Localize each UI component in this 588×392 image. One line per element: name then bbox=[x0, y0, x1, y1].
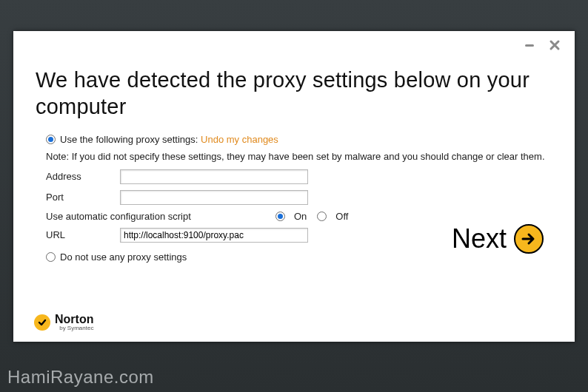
auto-config-on-radio[interactable] bbox=[275, 212, 285, 221]
on-label: On bbox=[294, 211, 307, 222]
url-label: URL bbox=[46, 229, 120, 240]
use-proxy-radio[interactable] bbox=[46, 135, 56, 144]
no-proxy-label: Do not use any proxy settings bbox=[60, 251, 187, 263]
svg-rect-0 bbox=[525, 44, 534, 47]
off-label: Off bbox=[335, 211, 348, 222]
check-icon bbox=[34, 314, 50, 331]
brand-name: Norton bbox=[55, 314, 93, 325]
next-button[interactable]: Next bbox=[452, 223, 544, 254]
arrow-right-icon bbox=[514, 224, 544, 254]
minimize-icon[interactable] bbox=[523, 38, 536, 52]
auto-config-label: Use automatic configuration script bbox=[46, 211, 261, 222]
brand-subtitle: by Symantec bbox=[55, 325, 93, 331]
close-icon[interactable] bbox=[548, 38, 561, 52]
auto-config-toggle: On Off bbox=[275, 211, 354, 222]
page-title: We have detected the proxy settings belo… bbox=[36, 67, 552, 121]
proxy-note: Note: If you did not specify these setti… bbox=[46, 151, 552, 162]
next-label: Next bbox=[452, 223, 507, 254]
titlebar-controls bbox=[523, 38, 561, 52]
port-input[interactable] bbox=[120, 190, 308, 205]
port-row: Port bbox=[46, 190, 552, 205]
address-row: Address bbox=[46, 169, 552, 184]
address-label: Address bbox=[46, 171, 120, 182]
port-label: Port bbox=[46, 192, 120, 203]
no-proxy-radio[interactable] bbox=[46, 252, 56, 262]
auto-config-off-radio[interactable] bbox=[317, 212, 327, 221]
address-input[interactable] bbox=[120, 169, 308, 184]
brand-logo: Norton by Symantec bbox=[34, 314, 93, 331]
app-background: We have detected the proxy settings belo… bbox=[0, 0, 588, 392]
auto-config-row: Use automatic configuration script On Of… bbox=[46, 211, 552, 222]
url-input[interactable] bbox=[120, 228, 308, 243]
dialog-window: We have detected the proxy settings belo… bbox=[13, 31, 575, 342]
use-proxy-label: Use the following proxy settings: bbox=[60, 134, 198, 145]
watermark-text: HamiRayane.com bbox=[7, 367, 154, 388]
use-proxy-row: Use the following proxy settings: Undo m… bbox=[46, 134, 552, 145]
brand-logo-text: Norton by Symantec bbox=[55, 314, 93, 331]
undo-changes-link[interactable]: Undo my changes bbox=[201, 134, 278, 145]
